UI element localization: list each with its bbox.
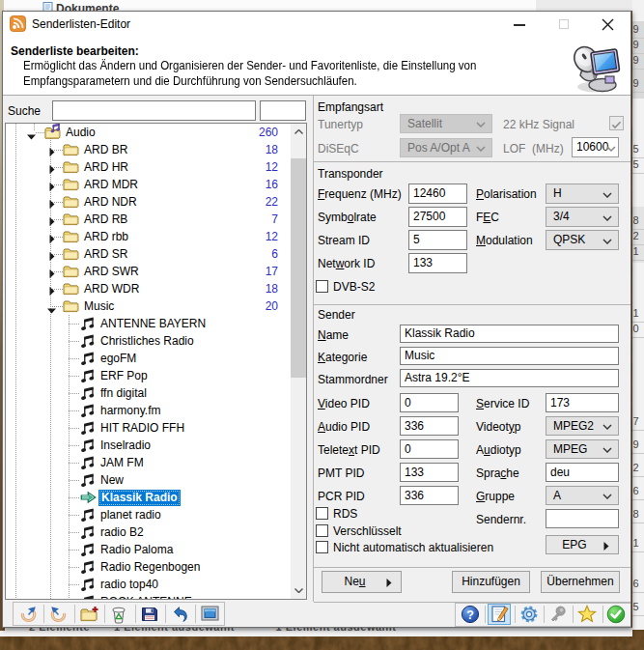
svg-text:?: ?	[466, 608, 474, 622]
